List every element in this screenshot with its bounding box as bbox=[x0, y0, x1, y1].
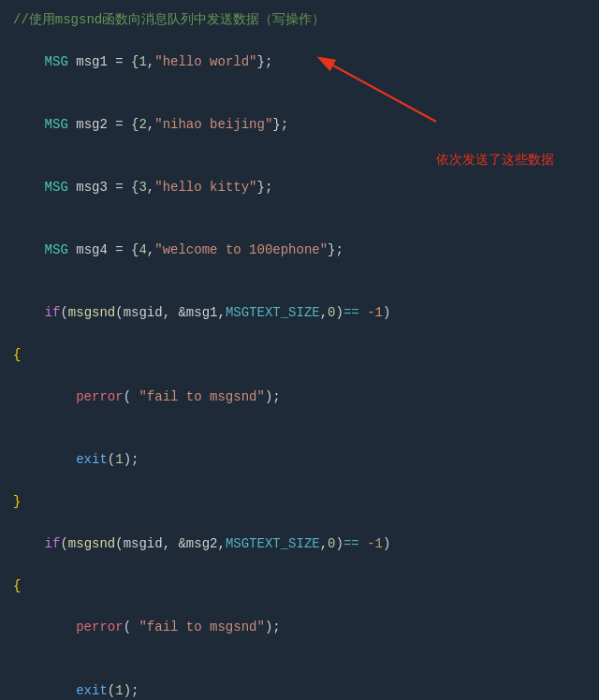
if1-line: if(msgsnd(msgid, &msg1,MSGTEXT_SIZE,0)==… bbox=[13, 282, 586, 344]
svg-line-1 bbox=[333, 66, 436, 122]
brace1-close: } bbox=[13, 491, 586, 512]
perror1-line: perror( "fail to msgsnd"); bbox=[13, 366, 586, 429]
exit1-line: exit(1); bbox=[13, 429, 586, 491]
exit2-line: exit(1); bbox=[13, 659, 586, 700]
comment-line: //使用msgsnd函数向消息队列中发送数据（写操作） bbox=[13, 9, 586, 30]
brace1-open: { bbox=[13, 344, 586, 365]
msg2-decl: MSG msg2 = {2,"nihao beijing"}; bbox=[13, 94, 586, 156]
brace2-open: { bbox=[13, 576, 586, 596]
perror2-line: perror( "fail to msgsnd"); bbox=[13, 596, 586, 659]
msg4-decl: MSG msg4 = {4,"welcome to 100ephone"}; bbox=[13, 219, 586, 282]
annotation-text: 依次发送了这些数据 bbox=[436, 150, 554, 170]
msg1-decl: MSG msg1 = {1,"hello world"}; bbox=[13, 30, 586, 93]
code-block: //使用msgsnd函数向消息队列中发送数据（写操作） MSG msg1 = {… bbox=[13, 9, 586, 700]
if2-line: if(msgsnd(msgid, &msg2,MSGTEXT_SIZE,0)==… bbox=[13, 512, 586, 575]
